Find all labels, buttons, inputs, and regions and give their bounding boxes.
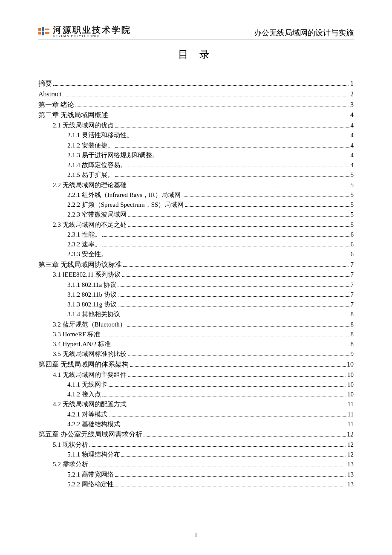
toc-entry[interactable]: 3.1.2 802.11b 协议7: [38, 290, 354, 300]
table-of-contents: 摘要1Abstract2第一章 绪论3第二章 无线局域网概述42.1 无线局域网…: [38, 78, 354, 489]
svg-rect-0: [38, 28, 41, 31]
toc-entry[interactable]: 3.2 蓝牙规范（Bluetooth）8: [38, 320, 354, 330]
toc-entry[interactable]: 5.2 需求分析13: [38, 460, 354, 469]
toc-page: 4: [351, 160, 354, 170]
toc-label: 2.3.3 安全性。: [67, 249, 107, 259]
toc-entry[interactable]: 4.1 无线局域网的主要组件10: [38, 370, 354, 380]
toc-label: 5.2 需求分析: [53, 460, 88, 469]
toc-entry[interactable]: 4.2.1 对等模式11: [38, 410, 354, 419]
svg-rect-2: [42, 27, 44, 31]
toc-label: Abstract: [38, 89, 61, 100]
toc-entry[interactable]: Abstract2: [38, 89, 354, 100]
toc-leader: [128, 221, 349, 227]
toc-leader: [115, 122, 349, 128]
toc-page: 2: [350, 89, 354, 100]
toc-entry[interactable]: 5.1.1 物理结构分布12: [38, 450, 354, 460]
toc-leader: [122, 271, 349, 277]
toc-entry[interactable]: 3.1.3 802.11g 协议7: [38, 300, 354, 309]
toc-page: 7: [351, 280, 354, 290]
toc-entry[interactable]: 第一章 绪论3: [38, 100, 354, 110]
toc-label: 3.1.1 802.11a 协议: [67, 280, 116, 290]
toc-entry[interactable]: 3.4 HyperLAN/2 标准8: [38, 339, 354, 349]
toc-page: 5: [351, 190, 354, 200]
toc-label: 2.3.1 性能。: [67, 230, 101, 240]
toc-leader: [130, 360, 346, 366]
toc-entry[interactable]: 3.1 IEEE802.11 系列协议7: [38, 270, 354, 280]
toc-entry[interactable]: 第四章 无线局域网的体系架构10: [38, 359, 354, 370]
toc-page: 4: [350, 110, 354, 121]
toc-page: 10: [347, 390, 354, 399]
toc-label: 3.4 HyperLAN/2 标准: [53, 339, 111, 349]
toc-entry[interactable]: 第五章 办公室无线局域网需求分析12: [38, 429, 354, 440]
toc-leader: [134, 132, 349, 138]
toc-entry[interactable]: 2.3.3 安全性。6: [38, 249, 354, 259]
toc-entry[interactable]: 3.3 HomeRF 标准8: [38, 330, 354, 339]
toc-label: 第二章 无线局域网概述: [38, 110, 108, 121]
toc-entry[interactable]: 2.1.1 灵活性和移动性。4: [38, 130, 354, 140]
toc-page: 10: [347, 370, 354, 380]
toc-entry[interactable]: 5.2.2 网络稳定性13: [38, 480, 354, 489]
toc-label: 2.1.3 易于进行网络规划和调整。: [67, 150, 159, 160]
toc-entry[interactable]: 2.2.3 窄带微波局域网5: [38, 210, 354, 220]
toc-label: 3.5 无线局域网标准的比较: [53, 349, 127, 359]
toc-leader: [112, 341, 349, 347]
toc-label: 5.1.1 物理结构分布: [67, 450, 120, 460]
page-title: 目 录: [38, 48, 354, 61]
toc-label: 2.2.2 扩频（Spread Spectrum，SS）局域网: [67, 200, 184, 210]
toc-entry[interactable]: 摘要1: [38, 78, 354, 89]
doc-title: 办公无线局域网的设计与实施: [254, 28, 354, 38]
toc-label: 2.2.3 窄带微波局域网: [67, 210, 127, 220]
toc-entry[interactable]: 4.2.2 基础结构模式11: [38, 419, 354, 429]
toc-leader: [110, 111, 349, 117]
toc-leader: [115, 142, 349, 147]
toc-page: 8: [351, 320, 354, 330]
toc-entry[interactable]: 2.2.1 红外线（Infrared Rays，IR）局域网5: [38, 190, 354, 200]
toc-entry[interactable]: 2.1.4 故障定位容易。4: [38, 160, 354, 170]
toc-entry[interactable]: 2.1.3 易于进行网络规划和调整。4: [38, 150, 354, 160]
toc-label: 5.2.1 高带宽网络: [67, 470, 114, 480]
toc-entry[interactable]: 2.2.2 扩频（Spread Spectrum，SS）局域网5: [38, 200, 354, 210]
toc-entry[interactable]: 2.3.1 性能。6: [38, 230, 354, 240]
svg-rect-4: [45, 29, 49, 30]
toc-page: 12: [347, 450, 354, 460]
toc-entry[interactable]: 2.3 无线局域网的不足之处5: [38, 220, 354, 230]
logo-text: 河源职业技术学院 HEYUAN POLYTECHNIC: [53, 26, 131, 38]
toc-leader: [115, 471, 346, 477]
toc-entry[interactable]: 2.2 无线局域网的理论基础5: [38, 180, 354, 190]
toc-leader: [121, 451, 346, 457]
toc-entry[interactable]: 第二章 无线局域网概述4: [38, 110, 354, 121]
toc-leader: [118, 281, 349, 287]
toc-page: 6: [351, 230, 354, 240]
toc-page: 5: [351, 210, 354, 220]
toc-entry[interactable]: 3.1.1 802.11a 协议7: [38, 280, 354, 290]
toc-entry[interactable]: 2.3.2 速率。6: [38, 240, 354, 249]
toc-label: 2.1 无线局域网的优点: [53, 121, 114, 130]
toc-page: 13: [347, 460, 354, 469]
toc-entry[interactable]: 2.1 无线局域网的优点4: [38, 121, 354, 130]
toc-label: 3.3 HomeRF 标准: [53, 330, 100, 339]
toc-entry[interactable]: 3.1.4 其他相关协议8: [38, 309, 354, 319]
toc-page: 8: [351, 339, 354, 349]
toc-entry[interactable]: 2.1.2 安装便捷。4: [38, 141, 354, 150]
toc-page: 12: [347, 429, 354, 440]
toc-leader: [109, 381, 346, 387]
toc-page: 4: [351, 121, 354, 130]
toc-page: 7: [351, 270, 354, 280]
toc-entry[interactable]: 第三章 无线局域网协议标准7: [38, 260, 354, 270]
toc-entry[interactable]: 5.2.1 高带宽网络13: [38, 470, 354, 480]
logo-block: 河源职业技术学院 HEYUAN POLYTECHNIC: [38, 26, 131, 38]
toc-leader: [115, 171, 349, 177]
toc-page: 5: [351, 200, 354, 210]
toc-entry[interactable]: 3.5 无线局域网标准的比较9: [38, 349, 354, 359]
toc-entry[interactable]: 4.1.2 接入点10: [38, 390, 354, 399]
toc-leader: [127, 321, 349, 327]
toc-page: 7: [351, 300, 354, 309]
toc-leader: [128, 401, 346, 407]
toc-entry[interactable]: 5.1 现状分析12: [38, 440, 354, 450]
page-number: I: [0, 532, 392, 539]
toc-entry[interactable]: 4.2 无线局域网的配置方式11: [38, 399, 354, 409]
toc-page: 9: [351, 349, 354, 359]
toc-page: 12: [347, 440, 354, 450]
toc-entry[interactable]: 4.1.1 无线网卡10: [38, 380, 354, 390]
toc-entry[interactable]: 2.1.5 易于扩展。5: [38, 170, 354, 180]
